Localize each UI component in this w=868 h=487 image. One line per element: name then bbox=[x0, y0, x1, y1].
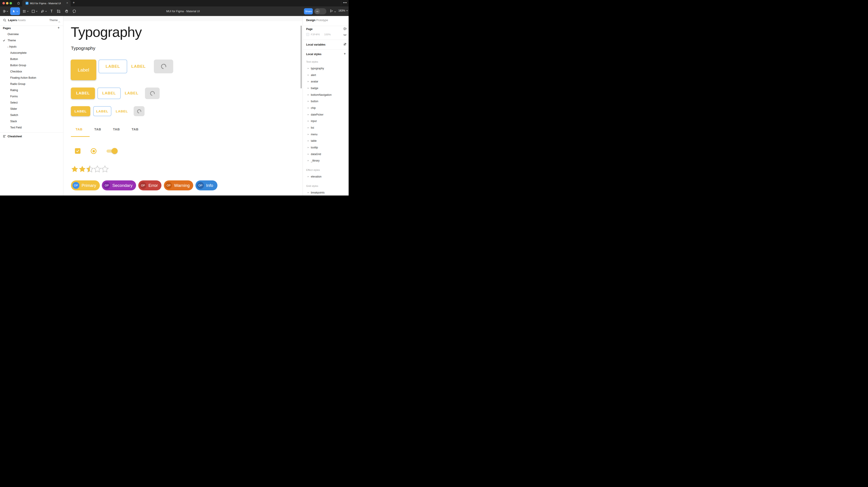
shape-tool-icon[interactable] bbox=[31, 6, 36, 16]
style-avatar[interactable]: avatar bbox=[308, 80, 318, 83]
style-chip[interactable]: chip bbox=[308, 106, 316, 109]
loading-button-medium[interactable] bbox=[145, 88, 160, 99]
rating-star-full[interactable] bbox=[79, 165, 86, 173]
disclosure-icon[interactable] bbox=[308, 114, 309, 115]
disclosure-icon[interactable] bbox=[308, 127, 309, 128]
frame-tool-icon[interactable] bbox=[22, 6, 27, 16]
new-tab-icon[interactable]: + bbox=[73, 1, 75, 5]
disclosure-icon[interactable] bbox=[308, 68, 309, 69]
sidebar-page-select[interactable]: Select bbox=[0, 100, 63, 106]
move-tool-button[interactable] bbox=[10, 7, 20, 15]
more-options-icon[interactable]: ••• bbox=[343, 1, 347, 4]
disclosure-icon[interactable] bbox=[308, 121, 309, 122]
page-color-swatch[interactable] bbox=[306, 33, 309, 36]
style-input[interactable]: input bbox=[308, 120, 317, 123]
chip-warning[interactable]: OP Warning bbox=[164, 181, 193, 190]
frame-tool-chevron-icon[interactable] bbox=[27, 6, 29, 16]
hand-tool-icon[interactable] bbox=[64, 6, 69, 16]
contained-button-small[interactable]: LABEL bbox=[71, 106, 90, 116]
sidebar-page-fab[interactable]: Floating Action Button bbox=[0, 75, 63, 81]
sidebar-page-rating[interactable]: Rating bbox=[0, 87, 63, 93]
style-bottomNavigation[interactable]: bottomNavigation bbox=[308, 93, 332, 96]
variables-icon[interactable] bbox=[343, 43, 346, 47]
sidebar-page-theme[interactable]: Theme bbox=[0, 37, 63, 43]
disclosure-icon[interactable] bbox=[308, 74, 309, 76]
style-dataGrid[interactable]: dataGrid bbox=[308, 153, 321, 156]
eye-off-icon[interactable] bbox=[343, 33, 347, 37]
sidebar-page-slider[interactable]: Slider bbox=[0, 106, 63, 112]
sidebar-page-text-field[interactable]: Text Field bbox=[0, 124, 63, 131]
style-tooltip[interactable]: tooltip bbox=[308, 146, 318, 149]
style-datePicker[interactable]: datePicker bbox=[308, 113, 323, 116]
rating-star-full[interactable] bbox=[71, 165, 79, 173]
style-table[interactable]: table bbox=[308, 139, 317, 142]
contained-button-medium[interactable]: LABEL bbox=[71, 88, 95, 99]
text-tool-icon[interactable]: T bbox=[49, 6, 54, 16]
disclosure-icon[interactable] bbox=[308, 192, 309, 193]
tab-layers[interactable]: Layers bbox=[8, 19, 17, 22]
disclosure-icon[interactable] bbox=[308, 88, 309, 89]
add-style-icon[interactable]: + bbox=[344, 52, 346, 56]
home-icon[interactable] bbox=[17, 1, 21, 5]
window-maximize-icon[interactable] bbox=[9, 2, 12, 4]
style-typography[interactable]: typography bbox=[308, 67, 324, 70]
window-minimize-icon[interactable] bbox=[6, 2, 8, 4]
disclosure-icon[interactable] bbox=[308, 160, 309, 161]
disclosure-icon[interactable] bbox=[308, 134, 309, 135]
switch-thumb[interactable] bbox=[112, 148, 118, 154]
menu-chevron-icon[interactable] bbox=[6, 6, 8, 16]
sidebar-page-switch[interactable]: Switch bbox=[0, 112, 63, 118]
present-icon[interactable] bbox=[330, 9, 333, 13]
page-selector-chevron-icon[interactable] bbox=[58, 20, 60, 24]
loading-button-small[interactable] bbox=[134, 106, 145, 116]
sidebar-page-checkbox[interactable]: Checkbox bbox=[0, 68, 63, 75]
search-icon[interactable] bbox=[3, 19, 6, 23]
style-menu[interactable]: menu bbox=[308, 133, 317, 136]
page-selector[interactable]: Theme bbox=[49, 19, 58, 22]
add-page-icon[interactable]: + bbox=[58, 26, 60, 30]
tab-item-4[interactable]: TAB bbox=[132, 128, 138, 131]
radio-selected[interactable] bbox=[91, 148, 96, 154]
outlined-button-large[interactable]: LABEL bbox=[98, 60, 127, 73]
canvas[interactable]: Typography Typography Label LABEL LABEL … bbox=[63, 16, 303, 196]
file-tab[interactable]: MUI for Figma - Material UI ✕ bbox=[22, 0, 71, 6]
chip-primary[interactable]: OP Primary bbox=[71, 181, 100, 190]
text-button-large[interactable]: LABEL bbox=[129, 60, 148, 73]
rating-star-empty[interactable] bbox=[94, 165, 101, 173]
chip-error[interactable]: OP Error bbox=[138, 181, 161, 190]
sidebar-page-overview[interactable]: Overview bbox=[0, 31, 63, 37]
document-title[interactable]: MUI for Figma - Material UI bbox=[138, 6, 227, 16]
tab-design[interactable]: Design bbox=[306, 19, 315, 22]
dev-mode-toggle[interactable]: </> bbox=[314, 8, 327, 14]
comment-tool-icon[interactable] bbox=[71, 6, 77, 16]
page-color-hex[interactable]: F3F4F6 bbox=[311, 33, 320, 36]
sidebar-page-button-group[interactable]: Button Group bbox=[0, 62, 63, 68]
outlined-button-small[interactable]: LABEL bbox=[93, 106, 112, 116]
sidebar-page-radio-group[interactable]: Radio Group bbox=[0, 81, 63, 87]
sidebar-page-button[interactable]: Button bbox=[0, 56, 63, 62]
disclosure-icon[interactable] bbox=[308, 154, 309, 155]
pen-tool-chevron-icon[interactable] bbox=[45, 6, 47, 16]
tab-item-2[interactable]: TAB bbox=[94, 128, 101, 131]
disclosure-icon[interactable] bbox=[308, 81, 309, 82]
rating-star-half[interactable] bbox=[86, 165, 94, 173]
sidebar-page-forms[interactable]: Forms bbox=[0, 93, 63, 100]
style-button[interactable]: button bbox=[308, 100, 318, 103]
canvas-scrollbar[interactable] bbox=[301, 26, 302, 89]
variable-modes-icon[interactable] bbox=[343, 27, 347, 31]
sidebar-page-inputs[interactable]: ↓ Inputs bbox=[0, 43, 63, 50]
actions-tool-icon[interactable] bbox=[56, 6, 61, 16]
outlined-button-medium[interactable]: LABEL bbox=[97, 88, 121, 99]
disclosure-icon[interactable] bbox=[308, 176, 309, 177]
disclosure-icon[interactable] bbox=[308, 101, 309, 102]
present-chevron-icon[interactable] bbox=[334, 9, 336, 13]
text-button-small[interactable]: LABEL bbox=[115, 106, 129, 116]
disclosure-icon[interactable] bbox=[308, 147, 309, 148]
style-alert[interactable]: alert bbox=[308, 73, 316, 77]
rating-star-empty[interactable] bbox=[101, 165, 109, 173]
share-button[interactable]: Share bbox=[304, 8, 313, 14]
style-list[interactable]: list bbox=[308, 126, 314, 129]
chip-secondary[interactable]: OP Secondary bbox=[102, 181, 136, 190]
text-button-medium[interactable]: LABEL bbox=[124, 88, 140, 99]
main-menu-icon[interactable] bbox=[2, 6, 6, 16]
